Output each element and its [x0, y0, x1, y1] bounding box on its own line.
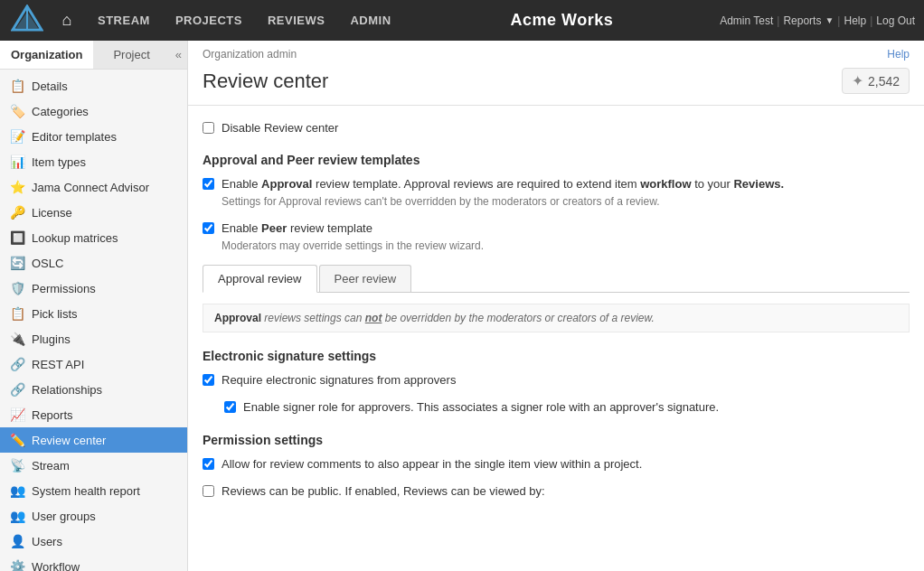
esig-checkbox2[interactable] — [224, 401, 236, 413]
reports-arrow: ▼ — [825, 15, 834, 25]
sidebar-item-details[interactable]: 📋 Details — [0, 73, 187, 98]
sidebar-item-system-health[interactable]: 👥 System health report — [0, 478, 187, 503]
sidebar-item-label: Item types — [32, 155, 86, 169]
sidebar-item-rest-api[interactable]: 🔗 REST API — [0, 351, 187, 377]
perm-checkbox2[interactable] — [203, 485, 214, 497]
page-title-bar: Review center ✦ 2,542 — [188, 64, 924, 106]
star-icon: ✦ — [852, 72, 863, 89]
relationships-icon: 🔗 — [9, 382, 25, 397]
sidebar-item-workflow[interactable]: ⚙️ Workflow — [0, 554, 187, 571]
info-approval-word: Approval — [214, 312, 261, 324]
users-icon: 👤 — [9, 534, 25, 548]
permissions-icon: 🛡️ — [9, 281, 25, 295]
top-right-links: Admin Test | Reports ▼ | Help | Log Out — [720, 14, 915, 27]
sidebar-item-stream[interactable]: 📡 Stream — [0, 453, 187, 478]
tab-project[interactable]: Project — [93, 41, 169, 70]
sidebar-item-label: Details — [32, 80, 68, 93]
peer-bold: Peer — [261, 221, 287, 235]
sub-tabs: Approval review Peer review — [203, 265, 910, 293]
logo[interactable] — [9, 3, 45, 39]
esig-label1: Require electronic signatures from appro… — [222, 372, 456, 388]
esig-section-title: Electronic signature settings — [203, 349, 910, 363]
sep2: | — [837, 14, 840, 27]
sidebar-item-permissions[interactable]: 🛡️ Permissions — [0, 276, 187, 301]
approval-check1-row: Enable Approval review template. Approva… — [203, 176, 910, 210]
sidebar-item-label: Relationships — [32, 383, 102, 397]
peer-hint: Moderators may override settings in the … — [222, 239, 484, 254]
sidebar-item-oslc[interactable]: 🔄 OSLC — [0, 250, 187, 276]
reports-link[interactable]: Reports — [783, 14, 821, 27]
page-title: Review center — [203, 70, 328, 93]
oslc-icon: 🔄 — [9, 256, 25, 270]
peer-template-checkbox[interactable] — [203, 222, 214, 234]
sep3: | — [870, 14, 872, 27]
admin-test-link[interactable]: Admin Test — [720, 14, 773, 27]
sidebar-item-lookup-matrices[interactable]: 🔲 Lookup matrices — [0, 225, 187, 250]
categories-icon: 🏷️ — [9, 104, 25, 118]
help-link-content[interactable]: Help — [887, 48, 910, 61]
sidebar-item-label: Pick lists — [32, 307, 78, 321]
sidebar-item-pick-lists[interactable]: 📋 Pick lists — [0, 301, 187, 326]
sidebar-item-label: Editor templates — [32, 130, 117, 144]
lookup-matrices-icon: 🔲 — [9, 230, 25, 245]
sidebar-item-review-center[interactable]: ✏️ Review center — [0, 427, 187, 453]
reports-icon: 📈 — [9, 407, 25, 422]
workflow-bold: workflow — [640, 177, 691, 191]
sidebar-item-users[interactable]: 👤 Users — [0, 529, 187, 554]
sidebar-item-jama-advisor[interactable]: ⭐ Jama Connect Advisor — [0, 174, 187, 200]
sidebar-item-label: User groups — [32, 510, 96, 523]
sidebar-item-label: Plugins — [32, 332, 71, 346]
site-name: Acme Works — [404, 11, 721, 30]
logout-link[interactable]: Log Out — [876, 14, 915, 27]
sidebar-item-relationships[interactable]: 🔗 Relationships — [0, 377, 187, 402]
approval-template-checkbox[interactable] — [203, 178, 214, 190]
details-icon: 📋 — [9, 79, 25, 93]
nav-reviews[interactable]: REVIEWS — [255, 0, 337, 41]
approval-bold: Approval — [261, 177, 312, 191]
sidebar-item-categories[interactable]: 🏷️ Categories — [0, 98, 187, 124]
content-body: Disable Review center Approval and Peer … — [188, 106, 924, 525]
sidebar-item-item-types[interactable]: 📊 Item types — [0, 149, 187, 174]
sidebar-item-reports[interactable]: 📈 Reports — [0, 402, 187, 427]
permission-section-title: Permission settings — [203, 433, 910, 447]
esig-label2: Enable signer role for approvers. This a… — [243, 399, 719, 416]
disable-label: Disable Review center — [222, 120, 338, 136]
info-not-word: not — [365, 312, 382, 324]
reviews-bold: Reviews. — [733, 177, 784, 191]
sidebar-item-label: Review center — [32, 434, 106, 447]
sidebar-item-label: Workflow — [32, 560, 80, 572]
nav-admin[interactable]: ADMIN — [337, 0, 403, 41]
sidebar-item-license[interactable]: 🔑 License — [0, 200, 187, 225]
perm-checkbox1[interactable] — [203, 458, 214, 470]
content-area: Organization admin Help Review center ✦ … — [188, 41, 924, 571]
sidebar-item-label: Reports — [32, 408, 73, 422]
peer-check-row: Enable Peer review template Moderators m… — [203, 220, 910, 254]
sidebar-item-label: Lookup matrices — [32, 231, 118, 245]
breadcrumb: Organization admin — [203, 48, 297, 61]
sidebar-nav-list: 📋 Details 🏷️ Categories 📝 Editor templat… — [0, 70, 187, 571]
nav-projects[interactable]: PROJECTS — [163, 0, 255, 41]
subtab-peer[interactable]: Peer review — [319, 265, 412, 292]
user-groups-icon: 👥 — [9, 509, 25, 523]
sidebar-item-editor-templates[interactable]: 📝 Editor templates — [0, 124, 187, 149]
subtab-approval[interactable]: Approval review — [203, 265, 317, 293]
sidebar-tabs-wrapper: Organization Project « — [0, 41, 187, 70]
approval-hint: Settings for Approval reviews can't be o… — [222, 194, 784, 210]
help-link-top[interactable]: Help — [844, 14, 866, 27]
sidebar: Organization Project « 📋 Details 🏷️ Cate… — [0, 41, 188, 571]
approval-section-title: Approval and Peer review templates — [203, 153, 910, 167]
points-badge: ✦ 2,542 — [842, 68, 910, 94]
home-button[interactable]: ⌂ — [52, 6, 81, 35]
info-bar: Approval reviews settings can not be ove… — [203, 304, 910, 332]
sidebar-item-plugins[interactable]: 🔌 Plugins — [0, 326, 187, 351]
sidebar-item-label: Jama Connect Advisor — [32, 181, 149, 194]
esig-checkbox1[interactable] — [203, 374, 214, 386]
sidebar-item-user-groups[interactable]: 👥 User groups — [0, 503, 187, 529]
perm-label1: Allow for review comments to also appear… — [222, 456, 642, 473]
nav-stream[interactable]: STREAM — [85, 0, 163, 41]
stream-icon: 📡 — [9, 458, 25, 473]
rest-api-icon: 🔗 — [9, 357, 25, 371]
tab-organization[interactable]: Organization — [0, 41, 93, 70]
disable-checkbox[interactable] — [203, 122, 214, 134]
sidebar-collapse-button[interactable]: « — [170, 41, 187, 70]
